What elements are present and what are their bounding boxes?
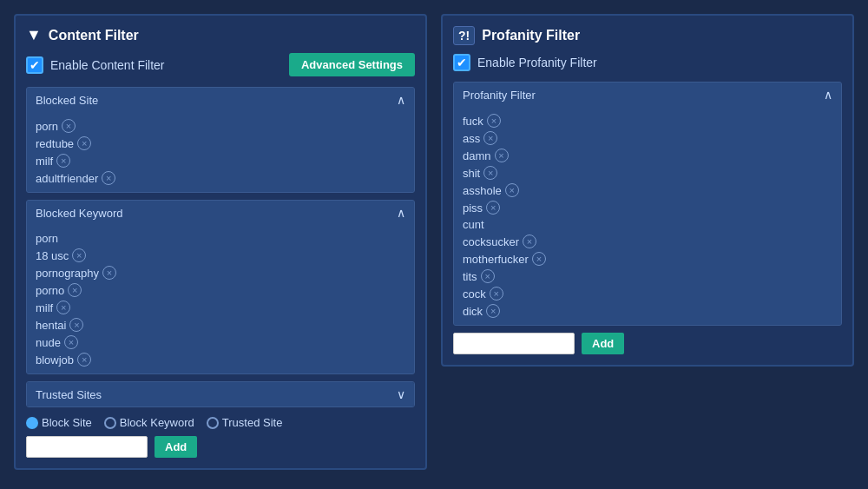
list-item: adultfriender × xyxy=(36,169,405,187)
remove-fuck[interactable]: × xyxy=(487,114,501,128)
list-item: cock × xyxy=(463,285,832,302)
remove-hentai-keyword[interactable]: × xyxy=(69,318,83,332)
block-keyword-radio-label[interactable]: Block Keyword xyxy=(104,416,194,429)
profanity-filter-header: ?! Profanity Filter xyxy=(453,26,842,45)
remove-adultfriender-site[interactable]: × xyxy=(102,171,115,185)
blocked-keyword-body: porn 18 usc × pornography × porno × milf… xyxy=(27,225,414,373)
remove-ass[interactable]: × xyxy=(483,131,497,145)
list-item: piss × xyxy=(463,199,832,216)
profanity-filter-add-row: Add xyxy=(453,333,842,354)
block-site-radio[interactable] xyxy=(26,417,38,429)
list-item: porn × xyxy=(36,117,405,135)
remove-porn-site[interactable]: × xyxy=(62,119,76,133)
trusted-sites-section: Trusted Sites ∨ xyxy=(26,381,415,407)
list-item: damn × xyxy=(463,147,832,164)
blocked-keyword-chevron: ∧ xyxy=(397,206,405,220)
blocked-site-body: porn × redtube × milf × adultfriender × xyxy=(27,112,414,192)
profanity-list-header[interactable]: Profanity Filter ∧ xyxy=(454,83,841,107)
profanity-icon: ?! xyxy=(453,26,475,45)
profanity-list-chevron: ∧ xyxy=(824,88,832,102)
list-item: redtube × xyxy=(36,135,405,152)
profanity-list-section: Profanity Filter ∧ fuck × ass × damn × s… xyxy=(453,82,842,326)
remove-piss[interactable]: × xyxy=(486,201,500,215)
blocked-keyword-label: Blocked Keyword xyxy=(36,207,122,220)
remove-porno-keyword[interactable]: × xyxy=(68,283,82,297)
list-item: fuck × xyxy=(463,112,832,129)
blocked-site-chevron: ∧ xyxy=(397,93,405,107)
list-item: blowjob × xyxy=(36,351,405,368)
profanity-filter-checkbox[interactable]: ✔ xyxy=(453,54,470,71)
remove-redtube-site[interactable]: × xyxy=(77,136,91,150)
remove-cocksucker[interactable]: × xyxy=(523,235,536,248)
remove-dick[interactable]: × xyxy=(486,304,500,318)
block-site-radio-label[interactable]: Block Site xyxy=(26,416,92,429)
remove-18usc-keyword[interactable]: × xyxy=(72,248,86,262)
list-item: cocksucker × xyxy=(463,233,832,250)
content-filter-checkbox[interactable]: ✔ xyxy=(26,56,43,74)
list-item: pornography × xyxy=(36,264,405,281)
remove-blowjob-keyword[interactable]: × xyxy=(77,353,91,367)
list-item: asshole × xyxy=(463,182,832,199)
list-item: cunt xyxy=(463,216,832,233)
remove-milf-site[interactable]: × xyxy=(56,154,70,168)
trusted-sites-chevron: ∨ xyxy=(397,387,405,401)
blocked-site-label: Blocked Site xyxy=(36,94,98,107)
list-item: nude × xyxy=(36,334,405,351)
content-filter-add-button[interactable]: Add xyxy=(155,436,197,458)
list-item: milf × xyxy=(36,299,405,316)
content-filter-add-input[interactable] xyxy=(26,436,148,458)
content-filter-header: ▼ Content Filter xyxy=(26,26,415,44)
profanity-list-label: Profanity Filter xyxy=(463,89,536,102)
list-item: milf × xyxy=(36,152,405,169)
advanced-settings-button[interactable]: Advanced Settings xyxy=(289,53,415,76)
blocked-site-header[interactable]: Blocked Site ∧ xyxy=(27,88,414,112)
profanity-filter-enable-label: ✔ Enable Profanity Filter xyxy=(453,54,597,71)
trusted-site-radio-label[interactable]: Trusted Site xyxy=(207,416,283,429)
remove-nude-keyword[interactable]: × xyxy=(64,335,78,349)
remove-pornography-keyword[interactable]: × xyxy=(102,266,116,280)
list-item: tits × xyxy=(463,268,832,285)
main-container: ▼ Content Filter ✔ Enable Content Filter… xyxy=(0,0,868,489)
block-keyword-radio[interactable] xyxy=(104,417,116,429)
remove-cock[interactable]: × xyxy=(490,287,503,301)
list-item: dick × xyxy=(463,302,832,320)
remove-damn[interactable]: × xyxy=(495,149,509,162)
content-filter-radio-row: Block Site Block Keyword Trusted Site xyxy=(26,416,415,429)
profanity-filter-title: Profanity Filter xyxy=(482,28,580,43)
content-filter-enable-row: ✔ Enable Content Filter Advanced Setting… xyxy=(26,53,415,76)
content-filter-add-row: Add xyxy=(26,436,415,458)
profanity-filter-panel: ?! Profanity Filter ✔ Enable Profanity F… xyxy=(441,14,854,367)
profanity-list-body: fuck × ass × damn × shit × asshole × xyxy=(454,107,841,325)
content-filter-enable-label: ✔ Enable Content Filter xyxy=(26,56,165,74)
list-item: hentai × xyxy=(36,316,405,334)
remove-milf-keyword[interactable]: × xyxy=(56,301,70,314)
trusted-sites-label: Trusted Sites xyxy=(36,388,102,401)
profanity-filter-add-input[interactable] xyxy=(453,333,575,354)
list-item: 18 usc × xyxy=(36,247,405,264)
profanity-filter-add-button[interactable]: Add xyxy=(582,333,624,354)
filter-icon: ▼ xyxy=(26,26,42,44)
trusted-sites-header[interactable]: Trusted Sites ∨ xyxy=(27,382,414,406)
list-item: shit × xyxy=(463,164,832,182)
blocked-site-section: Blocked Site ∧ porn × redtube × milf × a… xyxy=(26,87,415,193)
remove-asshole[interactable]: × xyxy=(505,183,519,197)
list-item: ass × xyxy=(463,129,832,147)
content-filter-panel: ▼ Content Filter ✔ Enable Content Filter… xyxy=(14,14,427,470)
profanity-filter-enable-row: ✔ Enable Profanity Filter xyxy=(453,54,842,71)
remove-shit[interactable]: × xyxy=(483,166,497,180)
remove-motherfucker[interactable]: × xyxy=(532,252,546,266)
content-filter-title: Content Filter xyxy=(49,28,139,43)
list-item: motherfucker × xyxy=(463,250,832,268)
blocked-keyword-section: Blocked Keyword ∧ porn 18 usc × pornogra… xyxy=(26,200,415,374)
trusted-site-radio[interactable] xyxy=(207,417,219,429)
remove-tits[interactable]: × xyxy=(481,269,495,283)
list-item: porn xyxy=(36,230,405,247)
blocked-keyword-header[interactable]: Blocked Keyword ∧ xyxy=(27,201,414,225)
list-item: porno × xyxy=(36,281,405,299)
